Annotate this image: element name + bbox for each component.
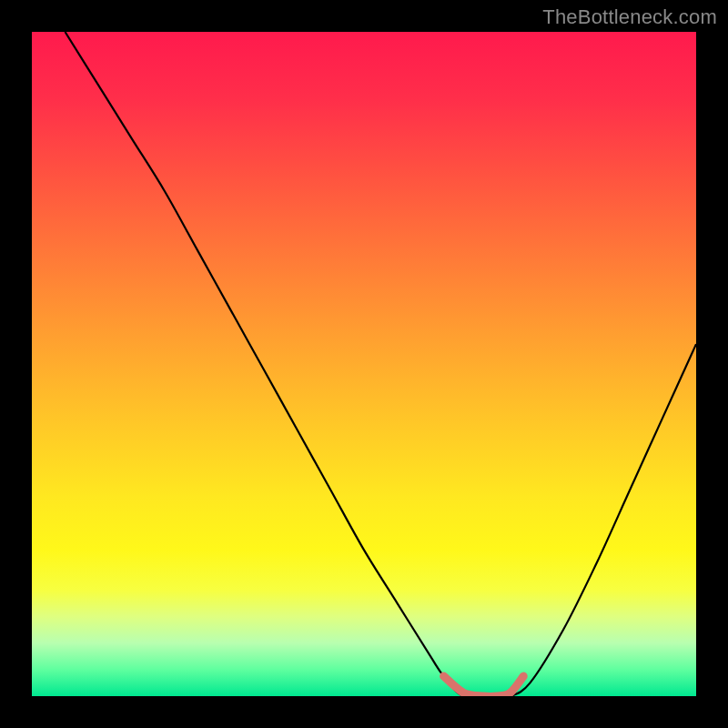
- bottleneck-curve-path: [66, 32, 697, 696]
- plot-area: [32, 32, 696, 696]
- attribution-label: TheBottleneck.com: [542, 5, 717, 29]
- chart-frame: TheBottleneck.com: [0, 0, 728, 728]
- optimal-range-path: [444, 676, 524, 696]
- curve-layer: [32, 32, 696, 696]
